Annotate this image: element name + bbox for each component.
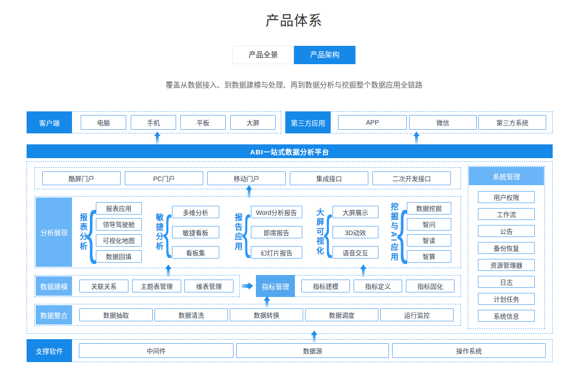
analysis-item: 数据挖掘 [407,202,451,214]
brace-icon [165,209,170,256]
integration-item-transform: 数据转换 [230,308,303,321]
analysis-item: 领导驾驶舱 [96,218,142,231]
client-item-mobile: 手机 [131,115,176,130]
tab-product-architecture[interactable]: 产品架构 [294,46,355,64]
arrow-right-to-metric-icon [242,282,253,290]
brace-icon [244,209,249,256]
arrow-up-to-mobile-icon [154,132,161,144]
analysis-item: 智算 [407,250,451,263]
analysis-section-label: 分析展现 [36,198,72,267]
metric-item-definition: 指标定义 [354,280,402,292]
analysis-item: 看板集 [172,246,219,258]
integration-row-label: 数据整合 [36,305,72,324]
system-item-workflow: 工作流 [478,208,535,220]
support-row-label: 支撑软件 [27,339,72,362]
group-name-mining-ai: 挖掘与AI应用 [389,203,398,262]
analysis-item: 智读 [407,234,451,247]
page-subtitle: 覆盖从数据接入、到数据建模与处理、再到数据分析与挖掘整个数据应用全链路 [0,79,588,90]
client-row-label: 客户端 [27,111,72,133]
metric-item-solidify: 指标固化 [406,280,455,292]
analysis-item: 3D动效 [333,226,378,238]
brace-icon [325,209,330,256]
brace-icon [399,204,405,261]
page-title: 产品体系 [0,9,588,29]
system-item-backup: 备份恢复 [478,242,535,254]
integration-item-monitor: 运行监控 [380,308,454,321]
modeling-row-label: 数据建模 [36,276,72,296]
modeling-item-relation: 关联关系 [79,280,128,292]
system-item-permissions: 用户权限 [478,191,535,203]
system-item-scheduled-tasks: 计划任务 [478,293,535,305]
client-item-bigscreen: 大屏 [230,115,276,130]
third-party-item-app: APP [338,115,407,130]
integration-item-clean: 数据清洗 [155,308,228,321]
portal-item-mobile: 移动门户 [207,171,286,185]
client-item-pc: 电脑 [81,115,126,130]
integration-item-extract: 数据抽取 [79,308,153,321]
tab-product-panorama[interactable]: 产品全景 [233,46,294,64]
analysis-item: Word分析报告 [251,206,302,218]
system-item-system-info: 系统信息 [478,310,535,322]
analysis-item: 大屏展示 [333,206,378,218]
analysis-group-bigscreen: 大屏可视化 大屏展示 3D动效 语音交互 [315,196,378,268]
analysis-item: 幻灯片报告 [251,246,302,258]
analysis-item: 智问 [407,218,451,231]
analysis-item: 敏捷看板 [172,226,219,238]
support-item-middleware: 中间件 [79,343,233,358]
brace-icon [89,204,94,261]
analysis-item: 可视化地图 [96,234,142,247]
analysis-group-reporting: 报告应用 Word分析报告 即席报告 幻灯片报告 [233,196,302,268]
integration-item-schedule: 数据调度 [305,308,378,321]
portal-item-dev-api: 二次开发接口 [372,171,451,185]
third-party-row-label: 第三方应用 [285,111,331,133]
group-name-agile-analysis: 敏捷分析 [154,213,163,252]
analysis-group-mining-ai: 挖掘与AI应用 数据挖掘 智问 智读 智算 [389,196,451,268]
analysis-group-report: 报表分析 报表应用 领导驾驶舱 可视化地图 数据回填 [78,196,142,268]
system-item-resource-manager: 资源管理器 [478,259,535,271]
group-name-report-application: 报告应用 [233,213,242,252]
arrow-up-to-wechat-icon [413,132,420,144]
third-party-item-wechat: 微信 [409,115,477,130]
modeling-item-subject-table: 主题表管理 [132,280,181,292]
system-panel-label: 系统管理 [469,167,544,185]
system-item-log: 日志 [478,276,535,288]
analysis-item: 多维分析 [172,206,219,218]
metric-item-modeling: 指标建模 [301,280,350,292]
analysis-group-agile: 敏捷分析 多维分析 敏捷看板 看板集 [154,196,219,268]
portal-item-coolscreen: 酷屏门户 [42,171,121,185]
analysis-item: 报表应用 [96,202,142,214]
modeling-item-dimension-table: 维表管理 [184,280,233,292]
support-item-os: 操作系统 [392,343,546,358]
analysis-item: 即席报告 [251,226,302,238]
client-item-tablet: 平板 [180,115,226,130]
group-name-bigscreen-visualization: 大屏可视化 [315,208,323,256]
metric-row-label: 指标管理 [256,275,295,297]
group-name-report-analysis: 报表分析 [78,213,87,252]
system-item-announcement: 公告 [478,225,535,237]
platform-banner: ABI一站式数据分析平台 [27,144,553,158]
portal-item-integration-api: 集成接口 [290,171,368,185]
portal-item-pc: PC门户 [125,171,203,185]
third-party-item-system: 第三方系统 [478,115,546,130]
support-item-datasource: 数据源 [236,343,389,358]
analysis-item: 语音交互 [333,246,378,258]
tab-bar: 产品全景 产品架构 [233,46,355,64]
analysis-item: 数据回填 [96,250,142,263]
